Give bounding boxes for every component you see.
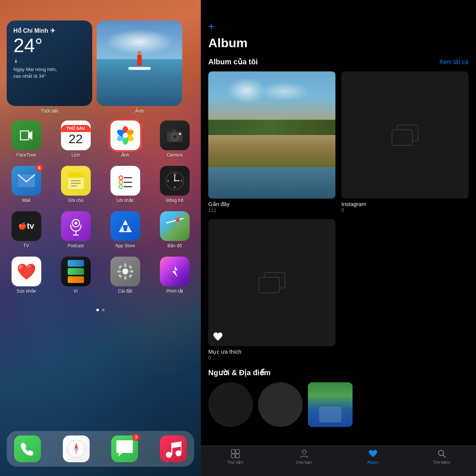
person-2-thumb [258, 382, 303, 427]
maps-pin: 📍 [173, 217, 182, 226]
dock-messages[interactable]: 7 [111, 435, 138, 462]
photos-icon [110, 120, 140, 150]
album-grid: Gần đây 111 Instagram 0 [208, 71, 469, 361]
app-tv[interactable]: 🍎tv TV [7, 211, 46, 248]
clock-label: Đồng hồ [166, 198, 183, 203]
spacer [208, 427, 469, 434]
app-podcast[interactable]: Podcast [56, 211, 95, 248]
svg-rect-43 [124, 276, 126, 280]
app-clock[interactable]: 12 3 6 9 Đồng hồ [155, 166, 194, 203]
dot-1 [96, 309, 99, 311]
svg-point-56 [166, 452, 172, 458]
calendar-label: Lịch [71, 152, 80, 158]
app-maps[interactable]: 📍 Bản đồ [155, 211, 194, 248]
health-label: Sức khỏe [17, 289, 36, 294]
album-recent-count: 111 [208, 208, 335, 213]
wallet-card-3 [68, 276, 84, 283]
add-button[interactable]: + [208, 20, 214, 32]
album-recent[interactable]: Gần đây 111 [208, 71, 335, 213]
section-people-header: Người & Địa điểm [208, 368, 469, 377]
tab-album[interactable]: Album [338, 449, 407, 464]
dock-music-icon [160, 435, 187, 462]
facetime-label: FaceTime [16, 152, 36, 158]
app-mail[interactable]: 6 Mail [7, 166, 46, 203]
svg-rect-66 [231, 454, 235, 458]
place-1[interactable] [308, 382, 353, 427]
svg-rect-61 [392, 130, 412, 145]
svg-line-70 [443, 455, 446, 457]
album-favorites-name: Mục ưa thích [208, 348, 335, 355]
svg-point-68 [302, 450, 306, 454]
podcast-icon [61, 211, 91, 241]
photo-widget-col: Ảnh [97, 20, 182, 114]
app-camera[interactable]: Camera [155, 120, 194, 158]
section-mine-title: Album của tôi [208, 57, 258, 66]
camera-label: Camera [167, 152, 183, 158]
album-favorites-thumb [208, 219, 335, 346]
tv-icon: 🍎tv [12, 211, 41, 241]
cal-day-name: THỨ SÁU [61, 125, 91, 132]
search-tab-icon [437, 449, 447, 459]
wallet-icon [61, 257, 91, 286]
tab-search[interactable]: Tìm kiếm [407, 449, 476, 465]
svg-rect-17 [68, 173, 84, 178]
water-bg [97, 59, 182, 106]
svg-rect-46 [118, 265, 122, 269]
see-all-button[interactable]: Xem tất cả [439, 58, 469, 65]
dock-phone[interactable] [14, 435, 41, 462]
place-1-thumb [308, 382, 353, 427]
app-health[interactable]: ❤️ Sức khỏe [7, 257, 46, 294]
widgets-row: Hồ Chí Minh ✈ 24° 🌡 Ngày Mai nóng hơn, c… [0, 0, 201, 118]
photos-content: Album của tôi Xem tất cả [201, 54, 476, 446]
photos-header: + [201, 0, 476, 36]
dock-safari[interactable] [63, 435, 90, 462]
app-row-2: 6 Mail Ghi chú [7, 166, 194, 203]
album-favorites[interactable]: Mục ưa thích 0 [208, 219, 335, 361]
svg-point-57 [176, 450, 181, 456]
svg-rect-47 [128, 265, 132, 269]
svg-rect-49 [128, 274, 132, 278]
person-1[interactable] [208, 382, 253, 427]
app-notes[interactable]: Ghi chú [56, 166, 95, 203]
weather-temp: 24° [13, 36, 86, 55]
app-settings[interactable]: Cài đặt [106, 257, 145, 294]
svg-point-37 [74, 222, 77, 225]
photo-widget[interactable] [97, 20, 182, 106]
health-icon: ❤️ [12, 257, 41, 286]
app-reminders[interactable]: Lời nhắc [106, 166, 145, 203]
facetime-icon [12, 120, 41, 150]
svg-rect-45 [130, 270, 134, 273]
svg-rect-64 [231, 450, 235, 453]
settings-label: Cài đặt [118, 289, 132, 294]
tab-for-you[interactable]: Cho bạn [270, 449, 338, 465]
tab-library[interactable]: Thư viện [201, 449, 270, 465]
album-instagram[interactable]: Instagram 0 [341, 71, 469, 213]
svg-point-25 [119, 185, 123, 189]
shortcuts-icon [160, 257, 190, 286]
sup-person [137, 55, 142, 66]
svg-point-14 [179, 133, 181, 135]
dock-music[interactable] [160, 435, 187, 462]
svg-text:6: 6 [174, 186, 176, 189]
library-tab-label: Thư viện [227, 460, 244, 465]
wallet-card-2 [68, 268, 84, 275]
app-shortcuts[interactable]: Phím tắt [155, 257, 194, 294]
app-photos[interactable]: Ảnh [106, 120, 145, 158]
app-wallet[interactable]: Ví [56, 257, 95, 294]
settings-icon [110, 257, 140, 286]
app-calendar[interactable]: THỨ SÁU 22 Lịch [56, 120, 95, 158]
person-2[interactable] [258, 382, 303, 427]
weather-widget[interactable]: Hồ Chí Minh ✈ 24° 🌡 Ngày Mai nóng hơn, c… [7, 20, 92, 106]
svg-text:9: 9 [167, 180, 169, 182]
svg-rect-13 [172, 129, 176, 132]
shortcuts-label: Phím tắt [166, 289, 183, 294]
maps-icon: 📍 [160, 211, 190, 241]
svg-marker-0 [20, 131, 29, 140]
app-facetime[interactable]: FaceTime [7, 120, 46, 158]
dot-2 [102, 309, 104, 311]
photo-widget-inner [97, 20, 182, 106]
svg-rect-63 [259, 277, 279, 293]
calendar-icon: THỨ SÁU 22 [61, 120, 91, 150]
app-appstore[interactable]: App Store [106, 211, 145, 248]
svg-rect-65 [236, 450, 239, 453]
